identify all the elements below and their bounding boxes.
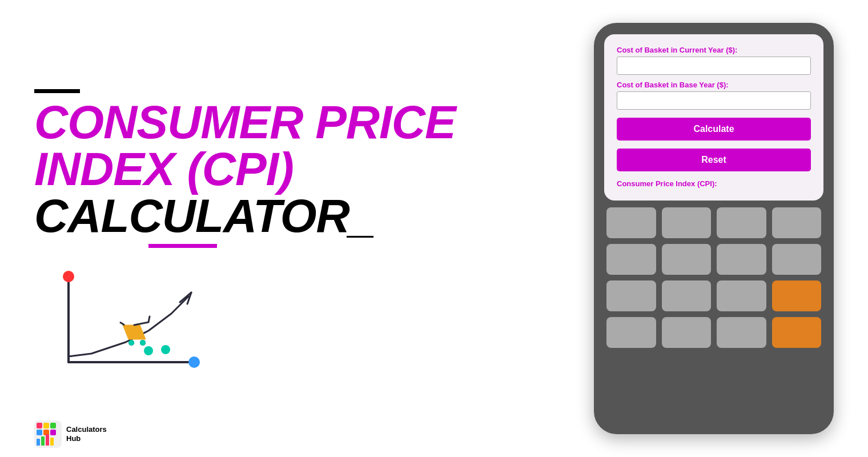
- calculator-screen: Cost of Basket in Current Year ($): Cost…: [604, 34, 823, 201]
- svg-rect-14: [43, 423, 49, 428]
- key-10[interactable]: [662, 280, 712, 311]
- key-11[interactable]: [717, 280, 766, 311]
- svg-rect-13: [37, 423, 42, 428]
- svg-rect-16: [37, 430, 42, 435]
- chart-illustration: [34, 265, 217, 379]
- svg-rect-18: [50, 430, 56, 435]
- field2-label: Cost of Basket in Base Year ($):: [617, 81, 811, 110]
- svg-point-4: [144, 346, 153, 355]
- svg-point-2: [63, 271, 74, 282]
- keypad: [604, 207, 823, 348]
- svg-rect-22: [50, 438, 54, 446]
- svg-point-11: [140, 340, 146, 346]
- key-orange-1[interactable]: [772, 280, 822, 311]
- title-line1: CONSUMER PRICE: [34, 99, 594, 146]
- left-section: CONSUMER PRICE INDEX (CPI) CALCULATOR_: [34, 78, 594, 379]
- key-2[interactable]: [662, 207, 712, 238]
- logo-icon: [34, 420, 62, 448]
- svg-point-10: [128, 340, 134, 346]
- main-title: CONSUMER PRICE INDEX (CPI) CALCULATOR_: [34, 99, 594, 239]
- svg-point-3: [188, 356, 200, 368]
- key-1[interactable]: [606, 207, 656, 238]
- purple-accent-bar: [148, 244, 217, 248]
- key-5[interactable]: [606, 244, 656, 275]
- svg-point-5: [161, 345, 170, 354]
- field1-label: Cost of Basket in Current Year ($):: [617, 46, 811, 75]
- key-9[interactable]: [606, 280, 656, 311]
- key-orange-2[interactable]: [772, 317, 822, 348]
- key-6[interactable]: [662, 244, 712, 275]
- key-7[interactable]: [717, 244, 766, 275]
- key-12[interactable]: [606, 317, 656, 348]
- key-8[interactable]: [772, 244, 822, 275]
- calculator-device: Cost of Basket in Current Year ($): Cost…: [594, 23, 834, 434]
- svg-rect-20: [41, 436, 45, 446]
- reset-button[interactable]: Reset: [617, 149, 811, 171]
- black-accent-bar: [34, 89, 80, 93]
- current-year-input[interactable]: [617, 57, 811, 75]
- svg-rect-21: [46, 434, 49, 446]
- key-3[interactable]: [717, 207, 766, 238]
- svg-rect-19: [37, 439, 40, 446]
- key-4[interactable]: [772, 207, 822, 238]
- base-year-input[interactable]: [617, 91, 811, 110]
- logo-container: Calculators Hub: [34, 420, 107, 448]
- calculate-button[interactable]: Calculate: [617, 118, 811, 141]
- key-14[interactable]: [717, 317, 766, 348]
- title-line3: CALCULATOR_: [34, 193, 594, 239]
- title-line2: INDEX (CPI): [34, 146, 594, 193]
- logo-text: Calculators Hub: [66, 425, 107, 443]
- result-label: Consumer Price Index (CPI):: [617, 179, 811, 188]
- svg-rect-15: [50, 423, 56, 428]
- key-13[interactable]: [662, 317, 712, 348]
